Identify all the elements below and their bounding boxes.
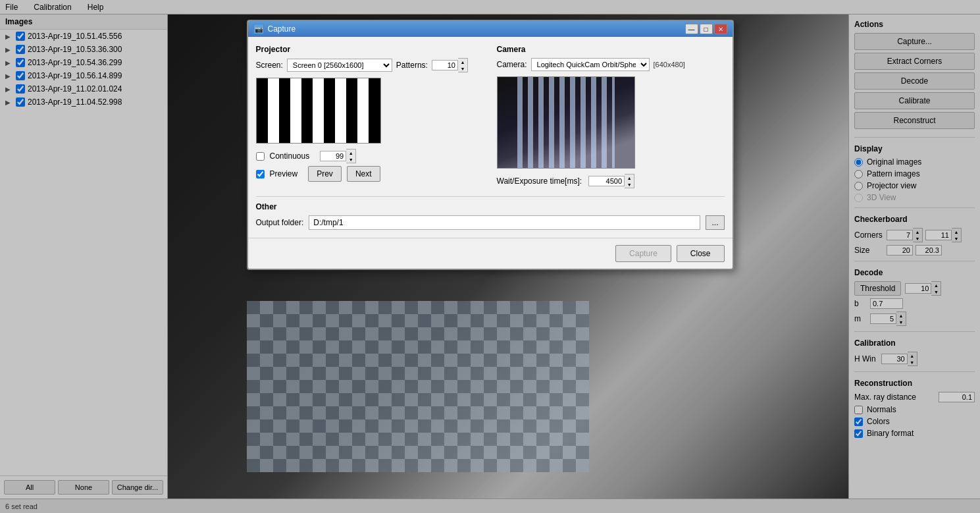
capture-options: Continuous ▲ ▼ Preview — [256, 149, 484, 182]
camera-select[interactable]: Logitech QuickCam Orbit/Sphere — [531, 58, 650, 71]
continuous-checkbox[interactable] — [256, 152, 265, 161]
capture-footer: Capture Close — [248, 238, 733, 269]
wait-exposure-row: Wait/Exposure time[ms]: ▲ ▼ — [497, 174, 725, 188]
screen-label: Screen: — [256, 61, 283, 70]
output-input[interactable] — [309, 215, 700, 230]
capture-body: Projector Screen: Screen 0 [2560x1600] P… — [248, 37, 733, 238]
dialog-capture-button[interactable]: Capture — [615, 245, 671, 262]
modal-overlay: 📷 Capture — □ ✕ Projector Screen: Screen… — [0, 0, 980, 513]
continuous-down[interactable]: ▼ — [346, 156, 355, 163]
dialog-close-button[interactable]: Close — [677, 245, 725, 262]
projector-controls: Screen: Screen 0 [2560x1600] Patterns: ▲… — [256, 58, 484, 72]
camera-resolution: [640x480] — [654, 61, 685, 68]
continuous-label: Continuous — [270, 151, 310, 161]
capture-dialog: 📷 Capture — □ ✕ Projector Screen: Screen… — [247, 20, 734, 270]
minimize-button[interactable]: — — [685, 24, 698, 34]
other-section: Other Output folder: ... — [256, 196, 725, 230]
patterns-down[interactable]: ▼ — [458, 65, 467, 72]
preview-checkbox[interactable] — [256, 170, 265, 178]
camera-title: Camera — [497, 45, 725, 54]
continuous-input[interactable] — [320, 151, 346, 161]
continuous-up[interactable]: ▲ — [346, 149, 355, 156]
prev-button[interactable]: Prev — [308, 166, 342, 182]
browse-button[interactable]: ... — [706, 215, 724, 230]
screen-select[interactable]: Screen 0 [2560x1600] — [287, 59, 392, 72]
patterns-input[interactable] — [432, 60, 458, 70]
camera-section: Camera Camera: Logitech QuickCam Orbit/S… — [497, 45, 725, 188]
wait-label: Wait/Exposure time[ms]: — [497, 176, 582, 186]
projector-title: Projector — [256, 45, 484, 54]
camera-label: Camera: — [497, 60, 527, 69]
wait-down[interactable]: ▼ — [625, 181, 634, 188]
output-row: Output folder: ... — [256, 215, 725, 230]
camera-stripes-overlay — [517, 77, 615, 168]
camera-preview — [497, 76, 635, 169]
next-button[interactable]: Next — [347, 166, 380, 182]
maximize-button[interactable]: □ — [700, 24, 713, 34]
capture-titlebar: 📷 Capture — □ ✕ — [248, 21, 733, 37]
other-title: Other — [256, 202, 725, 211]
camera-controls: Camera: Logitech QuickCam Orbit/Sphere [… — [497, 58, 725, 71]
output-label: Output folder: — [256, 218, 304, 227]
patterns-up[interactable]: ▲ — [458, 59, 467, 65]
wait-input[interactable] — [588, 176, 625, 186]
dialog-icon: 📷 — [253, 24, 264, 34]
pattern-preview — [256, 78, 381, 144]
titlebar-buttons: — □ ✕ — [685, 24, 727, 34]
preview-row: Preview Prev Next — [256, 166, 484, 182]
patterns-label: Patterns: — [396, 61, 428, 70]
close-button[interactable]: ✕ — [714, 24, 727, 34]
projector-section: Projector Screen: Screen 0 [2560x1600] P… — [256, 45, 484, 188]
continuous-row: Continuous ▲ ▼ — [256, 149, 484, 163]
dialog-title: Capture — [268, 24, 296, 34]
preview-label: Preview — [270, 169, 298, 178]
capture-title-left: 📷 Capture — [253, 24, 296, 34]
wait-up[interactable]: ▲ — [625, 175, 634, 181]
